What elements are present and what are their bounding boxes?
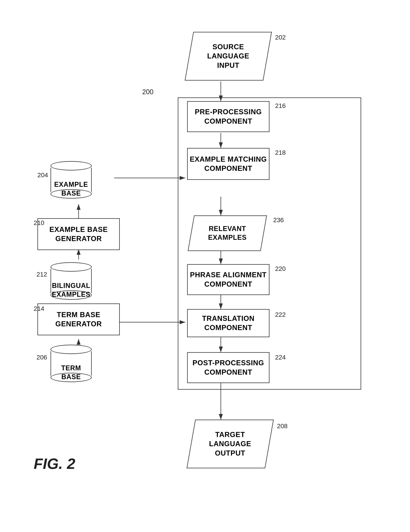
relevant-examples-label: RELEVANT EXAMPLES [208, 224, 247, 242]
example-matching-component: EXAMPLE MATCHING COMPONENT [187, 148, 269, 180]
relevant-examples: RELEVANT EXAMPLES [188, 215, 267, 251]
term-base-generator: TERM BASE GENERATOR [37, 304, 120, 335]
example-matching-label: EXAMPLE MATCHING COMPONENT [190, 155, 267, 173]
ref-208: 208 [277, 422, 288, 430]
post-processing-label: POST-PROCESSING COMPONENT [192, 358, 264, 377]
term-base-cylinder: TERM BASE [45, 345, 97, 386]
example-base-generator-label: EXAMPLE BASE GENERATOR [49, 225, 108, 244]
ref-214: 214 [34, 305, 44, 312]
term-base-generator-label: TERM BASE GENERATOR [55, 310, 102, 329]
phrase-alignment-label: PHRASE ALIGNMENT COMPONENT [190, 270, 266, 289]
ref-218: 218 [275, 149, 286, 156]
translation-label: TRANSLATION COMPONENT [188, 314, 269, 332]
ref-204: 204 [37, 171, 48, 179]
source-language-input: SOURCE LANGUAGE INPUT [185, 32, 272, 81]
bilingual-examples-label: BILINGUAL EXAMPLES [45, 281, 97, 299]
diagram: 200 SOURCE LANGUAGE INPUT 202 PRE-PROCES… [15, 15, 395, 517]
phrase-alignment-component: PHRASE ALIGNMENT COMPONENT [187, 264, 269, 295]
ref-206: 206 [36, 354, 47, 361]
target-language-output-label: TARGET LANGUAGE OUTPUT [209, 430, 251, 458]
post-processing-component: POST-PROCESSING COMPONENT [187, 352, 269, 383]
ref-212: 212 [36, 271, 47, 278]
term-base-label: TERM BASE [45, 364, 97, 381]
translation-component: TRANSLATION COMPONENT [187, 309, 269, 337]
pre-processing-label: PRE-PROCESSING COMPONENT [195, 107, 262, 126]
example-base-generator: EXAMPLE BASE GENERATOR [37, 218, 120, 250]
bilingual-examples-cylinder: BILINGUAL EXAMPLES [45, 262, 97, 304]
ref-216: 216 [275, 102, 286, 109]
figure-label: FIG. 2 [34, 455, 75, 472]
ref-220: 220 [275, 265, 286, 272]
ref-222: 222 [275, 311, 286, 318]
ref-236: 236 [273, 216, 284, 224]
pre-processing-component: PRE-PROCESSING COMPONENT [187, 101, 269, 132]
target-language-output: TARGET LANGUAGE OUTPUT [187, 420, 274, 468]
source-language-input-label: SOURCE LANGUAGE INPUT [207, 42, 249, 70]
ref-202: 202 [275, 34, 286, 41]
ref-224: 224 [275, 354, 286, 361]
ref-200: 200 [142, 88, 154, 96]
ref-210: 210 [34, 219, 44, 227]
page: 200 SOURCE LANGUAGE INPUT 202 PRE-PROCES… [0, 0, 410, 532]
example-base-cylinder: EXAMPLE BASE [45, 161, 97, 202]
example-base-label: EXAMPLE BASE [45, 180, 97, 198]
